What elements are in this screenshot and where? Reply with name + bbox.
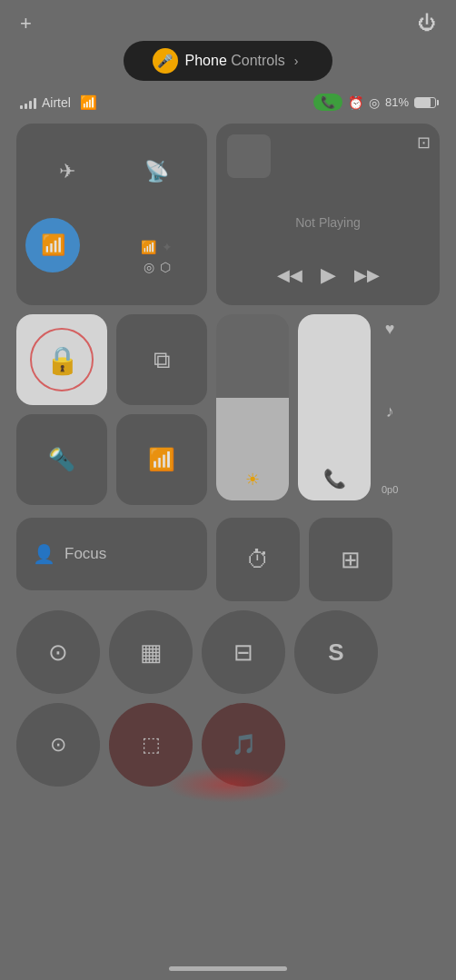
battery-percentage: 81% <box>385 95 409 109</box>
cellular-button[interactable]: 📶 <box>141 240 156 254</box>
power-button[interactable]: ⏻ <box>418 13 436 34</box>
connectivity-tile: ✈ 📡 📶 📶 ✦ ◎ ⬡ <box>16 124 207 305</box>
not-playing-label: Not Playing <box>227 182 429 263</box>
brightness-icon: ☀ <box>245 470 260 490</box>
airdrop-button[interactable]: 📡 <box>115 133 198 211</box>
airplane-mode-button[interactable]: ✈ <box>25 133 108 211</box>
focus-label: Focus <box>64 545 106 563</box>
lock-rotation-icon: 🔒 <box>30 328 94 391</box>
timer-icon: ⏱ <box>246 546 270 574</box>
media-controls: ◀◀ ▶ ▶▶ <box>227 263 429 294</box>
music-note-icon: ♪ <box>386 402 394 421</box>
cellular-data-button[interactable]: 📶 <box>116 414 207 505</box>
airplay-icon[interactable]: ⊡ <box>417 133 431 153</box>
carrier-label: Airtel <box>42 95 71 110</box>
active-call-badge: 📞 <box>313 94 342 111</box>
signal-bars-icon <box>20 96 36 109</box>
rotation-lock-button[interactable]: 🔒 <box>16 314 107 405</box>
status-bar: Airtel 📶 📞 ⏰ ◎ 81% <box>0 90 456 114</box>
mic-icon: 🎤 <box>153 48 178 74</box>
calculator-button[interactable]: ⊞ <box>309 518 392 601</box>
screen-frame-icon: ⬚ <box>142 733 161 757</box>
flashlight-icon: 🔦 <box>48 447 75 472</box>
sliders-area: ☀ 📞 <box>216 314 371 500</box>
shazam-icon: S <box>328 638 343 667</box>
row-apps: ⊙ ▦ ⊟ S <box>16 610 440 694</box>
bluetooth-button[interactable]: ✦ <box>162 240 173 254</box>
previous-track-button[interactable]: ◀◀ <box>277 265 302 285</box>
camera-button[interactable]: ⊙ <box>16 610 100 694</box>
timer-button[interactable]: ⏱ <box>216 518 300 601</box>
wifi-icon: 📶 <box>80 94 97 111</box>
focus-button[interactable]: 👤 Focus <box>16 518 207 590</box>
next-track-button[interactable]: ▶▶ <box>354 265 380 285</box>
home-indicator[interactable] <box>169 966 287 971</box>
focus-person-icon: 👤 <box>33 543 55 565</box>
calculator-icon: ⊞ <box>341 546 361 574</box>
airplane-icon: ✈ <box>59 160 75 183</box>
chevron-right-icon: › <box>294 54 299 68</box>
alarm-icon: ⏰ <box>348 95 363 110</box>
add-button[interactable]: + <box>20 14 32 34</box>
row-1: ✈ 📡 📶 📶 ✦ ◎ ⬡ <box>16 124 440 305</box>
row-bottom: ⊙ ⬚ 🎵 <box>16 703 440 787</box>
heart-icon: ♥ <box>385 320 395 339</box>
orientation-icon: ◎ <box>369 95 380 110</box>
phone-controls-banner[interactable]: 🎤 Phone Controls › <box>124 41 332 81</box>
volume-phone-icon: 📞 <box>323 468 346 490</box>
volume-level-label: 0p0 <box>382 484 398 495</box>
battery-icon <box>414 97 436 108</box>
record-icon: ⊙ <box>50 733 66 757</box>
remote-button[interactable]: ⊟ <box>202 610 285 694</box>
airdrop-icon: 📡 <box>144 160 169 183</box>
brightness-slider[interactable]: ☀ <box>216 314 289 500</box>
screen-frame-button[interactable]: ⬚ <box>109 703 193 787</box>
top-bar: + ⏻ <box>0 0 456 41</box>
screen-mirror-button[interactable]: ⧉ <box>116 314 207 405</box>
remote-icon: ⊟ <box>233 638 253 667</box>
screen-record-button[interactable]: ⊙ <box>16 703 100 787</box>
play-pause-button[interactable]: ▶ <box>321 263 336 287</box>
wifi-on-icon: 📶 <box>41 233 65 257</box>
wifi-button[interactable]: 📶 <box>25 218 80 272</box>
cellular-bars-icon: 📶 <box>148 447 175 472</box>
qr-icon: ▦ <box>140 638 163 667</box>
banner-title: Phone Controls <box>185 53 285 69</box>
flashlight-button[interactable]: 🔦 <box>16 414 107 505</box>
media-player-tile: ⊡ Not Playing ◀◀ ▶ ▶▶ <box>216 124 440 305</box>
camera-icon: ⊙ <box>48 638 68 667</box>
airdrop-small-button[interactable]: ⬡ <box>160 260 171 274</box>
shazam-button[interactable]: S <box>294 610 378 694</box>
control-center-grid: ✈ 📡 📶 📶 ✦ ◎ ⬡ <box>0 124 456 787</box>
focus-ring-button[interactable]: ◎ <box>144 260 154 274</box>
row-focus: 👤 Focus ⏱ ⊞ <box>16 518 440 601</box>
sound-search-icon: 🎵 <box>232 733 256 757</box>
volume-slider[interactable]: 📞 <box>298 314 371 500</box>
qr-scanner-button[interactable]: ▦ <box>109 610 193 694</box>
sound-search-button[interactable]: 🎵 <box>202 703 285 787</box>
screen-mirror-icon: ⧉ <box>154 346 171 374</box>
album-art <box>227 134 271 178</box>
